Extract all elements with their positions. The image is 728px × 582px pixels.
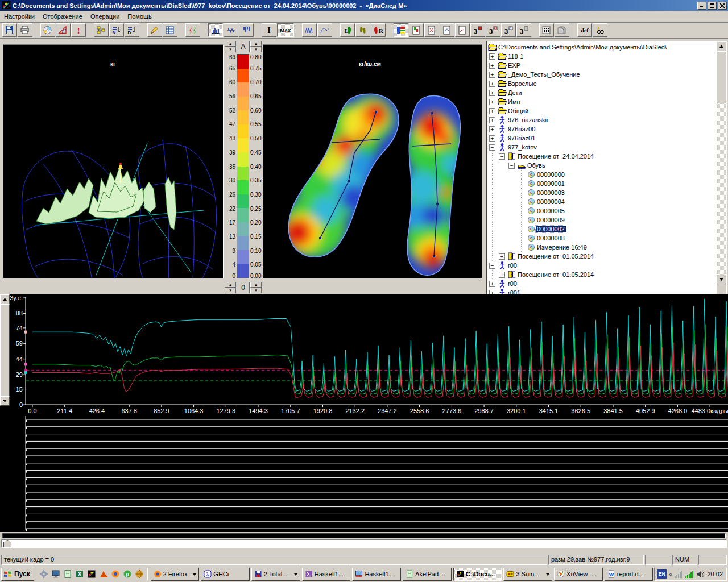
waveforms-button[interactable] bbox=[302, 23, 317, 37]
sort-date-button[interactable]: D bbox=[125, 23, 139, 37]
tree-scroll-up[interactable] bbox=[717, 41, 726, 51]
3d-heatmap-button[interactable]: 3 bbox=[470, 23, 485, 37]
tree-item[interactable]: +EXP bbox=[487, 61, 717, 70]
task-haskell2-button[interactable]: Haskell1... bbox=[352, 568, 401, 581]
tree-label[interactable]: Дети bbox=[507, 89, 523, 96]
tree-label[interactable]: Посещение от 24.04.2014 bbox=[516, 153, 595, 160]
tree-label[interactable]: Взрослые bbox=[507, 80, 538, 87]
tree-item[interactable]: +Посещение от 01.05.2014 bbox=[487, 270, 717, 279]
scale-spin-bottom-right[interactable]: ▲▼ bbox=[250, 282, 262, 293]
tree-expander-plus[interactable]: + bbox=[487, 88, 497, 97]
tree-label[interactable]: r00 bbox=[507, 280, 518, 287]
chart-scroll-thumb[interactable] bbox=[0, 304, 10, 396]
help-search-button[interactable]: ? bbox=[593, 23, 607, 37]
tree-label[interactable]: EXP bbox=[507, 62, 522, 69]
load-chart-panel[interactable]: 103у.е.88745944291500.0211.4426.4637.885… bbox=[0, 294, 728, 415]
diasled-icon[interactable] bbox=[86, 568, 98, 580]
tree-item[interactable]: Измерение 16:49 bbox=[487, 243, 717, 252]
tree-item[interactable]: 00000002 bbox=[487, 225, 717, 234]
tree-scroll-down[interactable] bbox=[717, 275, 726, 284]
task-dropdown-arrow[interactable] bbox=[294, 573, 297, 577]
tree-item[interactable]: 00000001 bbox=[487, 179, 717, 188]
tree-item[interactable]: +Взрослые bbox=[487, 79, 717, 88]
scrubber-channel[interactable] bbox=[1, 539, 727, 548]
tree-label[interactable]: 00000003 bbox=[536, 189, 566, 196]
tree-expander-plus[interactable]: + bbox=[487, 134, 497, 143]
task-dropdown-arrow[interactable] bbox=[546, 573, 549, 577]
tree-expander-plus[interactable]: + bbox=[487, 97, 497, 106]
tree-expander-plus[interactable]: + bbox=[497, 252, 507, 261]
tree-expander-plus[interactable]: + bbox=[487, 70, 497, 79]
language-indicator[interactable]: EN bbox=[657, 569, 667, 579]
tree-label[interactable]: 00000000 bbox=[536, 171, 566, 178]
tree-item[interactable]: 00000004 bbox=[487, 197, 717, 206]
tree-expander-plus[interactable]: + bbox=[487, 288, 497, 294]
scale-spin-top-right[interactable]: ▲▼ bbox=[250, 41, 262, 52]
task-xnview-button[interactable]: XnView -... bbox=[554, 568, 603, 581]
defaults-button[interactable]: def bbox=[577, 23, 592, 37]
tree-expander-plus[interactable]: + bbox=[487, 79, 497, 88]
print-button[interactable] bbox=[18, 23, 32, 37]
tree-label[interactable]: Посещение от 01.05.2014 bbox=[516, 271, 595, 278]
tree-item[interactable]: +Посещение от 01.05.2014 bbox=[487, 252, 717, 261]
tree-label[interactable]: C:\Documents and Settings\Admin\Мои доку… bbox=[497, 44, 668, 51]
copy-sheets-button[interactable] bbox=[555, 23, 569, 37]
tree-item[interactable]: 00000009 bbox=[487, 215, 717, 225]
tree-item[interactable]: +976riaz00 bbox=[487, 124, 717, 134]
tree-label[interactable]: _Демо_Тесты_Обучение bbox=[507, 71, 581, 78]
bars-top-button[interactable] bbox=[239, 23, 254, 37]
tree-item[interactable]: 00000008 bbox=[487, 234, 717, 243]
tree-item[interactable]: 00000005 bbox=[487, 206, 717, 215]
task-floppy-button[interactable]: 2 Total... bbox=[251, 568, 300, 581]
edit-button[interactable] bbox=[147, 23, 162, 37]
tree-label[interactable]: 00000001 bbox=[536, 180, 566, 187]
system-tool-icon[interactable] bbox=[38, 568, 50, 580]
3d-cross-button[interactable]: 3 bbox=[486, 23, 500, 37]
warning-button[interactable]: ! bbox=[71, 23, 86, 37]
signal-green-icon[interactable] bbox=[685, 570, 694, 578]
tree-expander-plus[interactable]: + bbox=[497, 270, 507, 279]
tree-item[interactable]: −r00 bbox=[487, 261, 717, 270]
chart-scrollbar[interactable] bbox=[0, 294, 10, 406]
sensor-tracks-panel[interactable] bbox=[0, 415, 728, 532]
menu-item-3[interactable]: Помощь bbox=[123, 12, 156, 21]
tree-expander-minus[interactable]: − bbox=[497, 152, 507, 161]
tree-expander-plus[interactable]: + bbox=[487, 106, 497, 115]
sort-number-button[interactable]: N bbox=[109, 23, 124, 37]
task-word-button[interactable]: Wreport.d... bbox=[605, 568, 653, 581]
scale-mode-a[interactable]: A bbox=[237, 41, 250, 52]
tree-label[interactable]: r00 bbox=[507, 262, 518, 269]
task-notepad-button[interactable]: AkelPad ... bbox=[403, 568, 452, 581]
tree-label[interactable]: 976riaz01 bbox=[507, 135, 536, 142]
tree-item[interactable]: 00000000 bbox=[487, 170, 717, 179]
scrubber-thumb[interactable] bbox=[3, 540, 11, 547]
tree-item[interactable]: −Посещение от 24.04.2014 bbox=[487, 152, 717, 161]
view-3d-panel[interactable]: кг bbox=[3, 44, 224, 278]
protractor-button[interactable] bbox=[56, 23, 71, 37]
task-diasled-button[interactable]: C:\Docu... bbox=[453, 568, 502, 581]
tree-label[interactable]: 00000009 bbox=[536, 217, 566, 223]
task-dropdown-arrow[interactable] bbox=[193, 573, 196, 577]
sensor-matrix-button[interactable] bbox=[539, 23, 554, 37]
tree-item[interactable]: +r00 bbox=[487, 279, 717, 288]
tree-expander-plus[interactable]: + bbox=[487, 115, 497, 124]
trajectories-button[interactable] bbox=[185, 23, 200, 37]
signal-gray-icon[interactable] bbox=[675, 570, 683, 578]
left-foot-button[interactable]: L bbox=[340, 23, 355, 37]
tree-item[interactable]: −Обувь bbox=[487, 161, 717, 170]
tree-item[interactable]: 00000003 bbox=[487, 188, 717, 197]
volume-icon[interactable] bbox=[696, 571, 705, 578]
heatmap-panel[interactable]: кг/кв.см bbox=[263, 44, 482, 278]
tree-item[interactable]: +976riaz01 bbox=[487, 134, 717, 143]
tree-label[interactable]: 976riaz00 bbox=[507, 126, 536, 132]
tree-expander-plus[interactable]: + bbox=[487, 124, 497, 134]
utorrent-icon[interactable]: µ bbox=[122, 568, 134, 580]
layout-all-button[interactable] bbox=[394, 23, 408, 37]
tree-label[interactable]: Общий bbox=[507, 107, 530, 114]
hierarchy-button[interactable] bbox=[94, 23, 109, 37]
tree-label[interactable]: r001 bbox=[507, 289, 522, 294]
chart-scroll-down[interactable] bbox=[0, 396, 10, 406]
tree-expander-plus[interactable]: + bbox=[487, 61, 497, 70]
display-properties-icon[interactable] bbox=[50, 568, 62, 580]
bars-bottom-button[interactable] bbox=[208, 23, 223, 37]
